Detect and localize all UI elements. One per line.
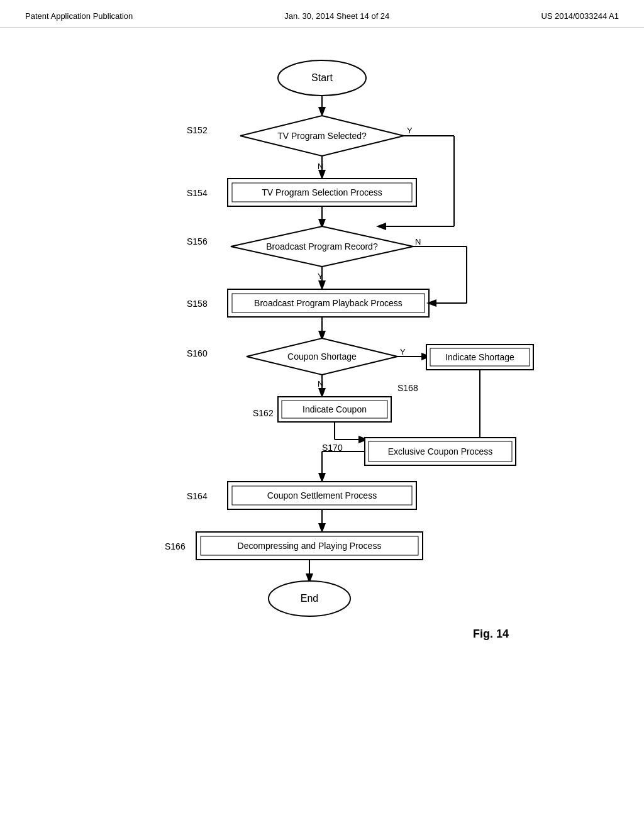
end-label: End [301,593,318,604]
header-left: Patent Application Publication [25,11,133,21]
n-label-2: N [415,237,421,246]
s162-text: Indicate Coupon [303,404,367,414]
s168-label: S168 [397,383,418,393]
s166-label: S166 [165,541,186,551]
page-header: Patent Application Publication Jan. 30, … [0,0,644,28]
s152-text: TV Program Selected? [277,131,367,141]
s160-text: Coupon Shortage [287,351,357,362]
fig-label: Fig. 14 [473,628,509,640]
s160-label: S160 [187,348,208,358]
s154-label: S154 [187,188,208,198]
s164-label: S164 [187,491,208,501]
s168-text: Indicate Shortage [445,352,514,362]
header-right: US 2014/0033244 A1 [541,11,619,21]
s156-label: S156 [187,236,208,246]
s170-text: Exclusive Coupon Process [388,446,493,456]
flowchart-svg: Start S152 TV Program Selected? N S154 T… [77,40,567,782]
y-label-3: Y [400,347,406,357]
s154-text: TV Program Selection Process [262,187,382,197]
s166-text: Decompressing and Playing Process [238,541,382,551]
s164-text: Coupon Settlement Process [267,490,377,501]
s158-text: Broadcast Program Playback Process [254,298,402,308]
s158-label: S158 [187,299,208,309]
y-label-1: Y [407,126,413,135]
s162-label: S162 [253,408,274,418]
flowchart-area: Start S152 TV Program Selected? N S154 T… [0,28,644,795]
start-label: Start [311,72,333,83]
s156-text: Broadcast Program Record? [266,241,378,252]
s152-label: S152 [187,125,208,135]
header-middle: Jan. 30, 2014 Sheet 14 of 24 [284,11,389,21]
